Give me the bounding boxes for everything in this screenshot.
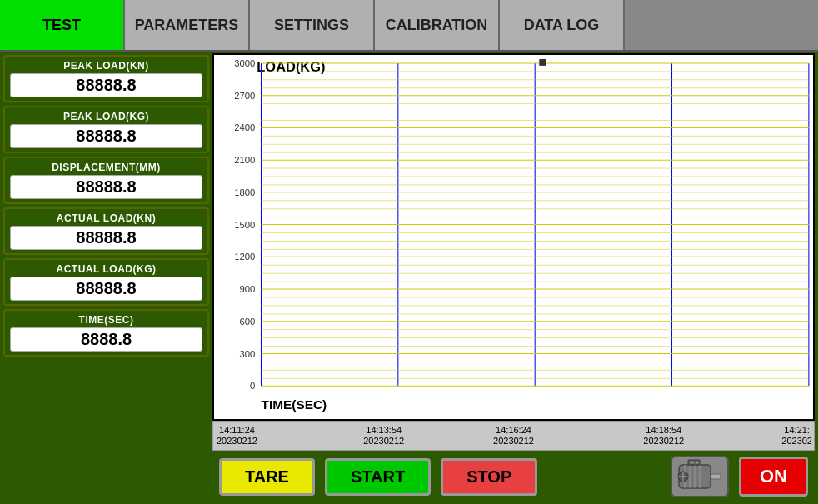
metric-peak-load-kg: PEAK LOAD(KG) 88888.8	[3, 106, 209, 153]
main-content: PEAK LOAD(KN) 88888.8 PEAK LOAD(KG) 8888…	[0, 52, 818, 504]
metric-actual-load-kg-value: 88888.8	[10, 277, 202, 301]
motor-svg	[675, 458, 725, 495]
metric-actual-load-kn-label: ACTUAL LOAD(KN)	[57, 212, 156, 224]
time-tick-1: 14:11:2420230212	[217, 425, 257, 447]
right-panel: LOAD(KG)	[212, 52, 818, 504]
left-panel: PEAK LOAD(KN) 88888.8 PEAK LOAD(KG) 8888…	[0, 52, 212, 504]
svg-text:600: 600	[239, 317, 255, 327]
tab-datalog[interactable]: DATA LOG	[500, 0, 625, 50]
metric-peak-load-kn-value: 88888.8	[10, 73, 202, 97]
metric-displacement-mm-label: DISPLACEMENT(MM)	[52, 162, 161, 173]
metric-actual-load-kn-value: 88888.8	[10, 226, 202, 250]
svg-rect-64	[711, 474, 721, 479]
metric-time-sec-value: 8888.8	[10, 327, 202, 352]
metric-peak-load-kg-label: PEAK LOAD(KG)	[63, 111, 149, 122]
svg-rect-0	[214, 55, 813, 419]
metric-actual-load-kg: ACTUAL LOAD(KG) 88888.8	[3, 258, 209, 306]
bottom-bar: TARE START STOP	[212, 451, 815, 502]
svg-text:300: 300	[239, 349, 255, 359]
svg-text:2100: 2100	[234, 155, 255, 165]
tab-settings[interactable]: SETTINGS	[250, 0, 375, 50]
metric-time-sec-label: TIME(SEC)	[79, 314, 134, 326]
start-button[interactable]: START	[325, 458, 431, 496]
svg-point-69	[691, 462, 694, 464]
top-navigation: TEST PARAMETERS SETTINGS CALIBRATION DAT…	[0, 0, 818, 52]
tab-calibration[interactable]: CALIBRATION	[375, 0, 500, 50]
stop-button[interactable]: STOP	[441, 458, 537, 496]
metric-actual-load-kg-label: ACTUAL LOAD(KG)	[57, 263, 157, 275]
time-tick-3: 14:16:2420230212	[493, 425, 534, 447]
svg-text:1800: 1800	[234, 187, 255, 197]
svg-text:2400: 2400	[234, 123, 255, 133]
svg-text:0: 0	[250, 381, 255, 391]
metric-displacement-mm: DISPLACEMENT(MM) 88888.8	[3, 157, 209, 204]
svg-rect-58	[539, 59, 546, 66]
metric-peak-load-kn-label: PEAK LOAD(KN)	[63, 60, 149, 72]
chart-svg: LOAD(KG)	[214, 55, 813, 419]
metric-time-sec: TIME(SEC) 8888.8	[3, 309, 209, 357]
time-tick-5: 14:21:202302	[781, 425, 812, 447]
metric-peak-load-kg-value: 88888.8	[10, 124, 202, 148]
svg-text:1500: 1500	[234, 220, 255, 230]
chart-area: LOAD(KG)	[212, 53, 815, 421]
tab-parameters[interactable]: PARAMETERS	[125, 0, 250, 50]
chart-y-label: LOAD(KG)	[257, 59, 325, 74]
metric-actual-load-kn: ACTUAL LOAD(KN) 88888.8	[3, 207, 209, 255]
chart-x-label: TIME(SEC)	[261, 397, 327, 412]
svg-text:3000: 3000	[234, 58, 255, 68]
on-button[interactable]: ON	[739, 457, 808, 497]
tab-test[interactable]: TEST	[0, 0, 125, 50]
metric-peak-load-kn: PEAK LOAD(KN) 88888.8	[3, 55, 209, 102]
metric-displacement-mm-value: 88888.8	[10, 175, 202, 199]
time-tick-4: 14:18:5420230212	[643, 425, 684, 447]
motor-icon	[671, 456, 729, 497]
tare-button[interactable]: TARE	[219, 458, 315, 496]
time-tick-2: 14:13:5420230212	[363, 425, 404, 447]
svg-text:2700: 2700	[234, 91, 255, 101]
svg-text:1200: 1200	[234, 252, 255, 262]
time-axis: 14:11:2420230212 14:13:5420230212 14:16:…	[212, 421, 815, 451]
svg-text:900: 900	[239, 284, 255, 294]
svg-point-70	[696, 462, 699, 464]
